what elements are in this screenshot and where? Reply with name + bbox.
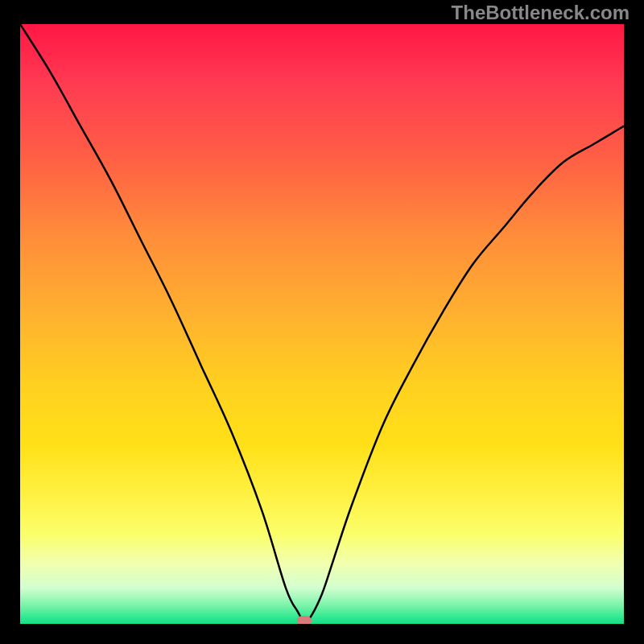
bottleneck-curve bbox=[20, 24, 624, 621]
curve-svg bbox=[20, 24, 624, 624]
optimal-point-marker bbox=[297, 616, 312, 624]
plot-area bbox=[20, 24, 624, 624]
chart-container: TheBottleneck.com bbox=[0, 0, 644, 644]
watermark-text: TheBottleneck.com bbox=[452, 2, 630, 24]
